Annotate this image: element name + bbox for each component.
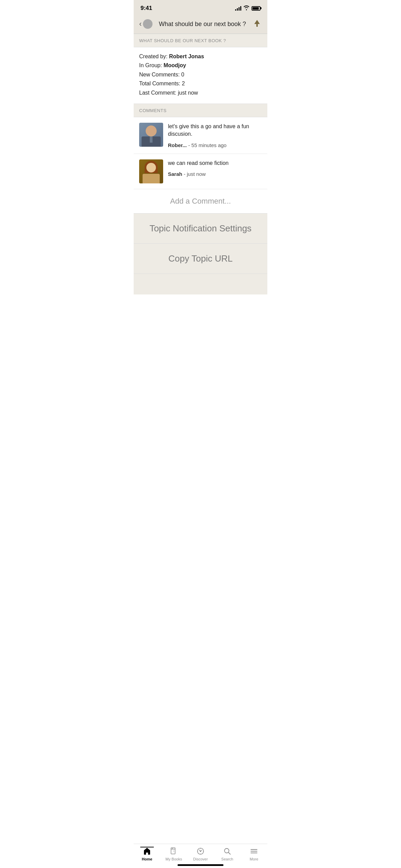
comment-content-2: we can read some fiction Sarah - just no… (168, 159, 262, 177)
status-icons (235, 5, 260, 11)
settings-spacer (134, 274, 267, 294)
avatar-2 (139, 159, 163, 183)
add-comment-button[interactable]: Add a Comment... (134, 189, 267, 214)
comment-text-2: we can read some fiction (168, 159, 262, 167)
comment-time-1: - 55 minutes ago (188, 142, 227, 148)
comments-section-header-text: COMMENTS (139, 108, 167, 113)
topic-group: In Group: Moodjoy (139, 62, 262, 69)
back-button[interactable]: ‹ (139, 19, 153, 29)
upload-icon (252, 19, 262, 28)
topic-section-header: WHAT SHOULD BE OUR NEXT BOOK ? (134, 34, 267, 47)
comments-section-header: COMMENTS (134, 104, 267, 117)
comment-item-2[interactable]: we can read some fiction Sarah - just no… (134, 154, 267, 189)
comments-list: let's give this a go and have a fun disc… (134, 117, 267, 189)
back-avatar (143, 19, 153, 29)
topic-info: Created by: Robert Jonas In Group: Moodj… (134, 47, 267, 104)
upload-button[interactable] (252, 19, 262, 29)
copy-url-button[interactable]: Copy Topic URL (134, 244, 267, 274)
topic-section-header-text: WHAT SHOULD BE OUR NEXT BOOK ? (139, 38, 226, 43)
comment-text-1: let's give this a go and have a fun disc… (168, 123, 262, 138)
battery-icon (252, 6, 260, 11)
topic-new-comments: New Comments: 0 (139, 71, 262, 79)
comment-author-1: Rober... (168, 142, 187, 148)
comment-meta-1: Rober... - 55 minutes ago (168, 142, 262, 148)
notification-settings-label: Topic Notification Settings (149, 223, 252, 233)
wifi-icon (243, 5, 250, 11)
svg-marker-0 (254, 20, 260, 27)
comment-content-1: let's give this a go and have a fun disc… (168, 123, 262, 148)
topic-created-by: Created by: Robert Jonas (139, 53, 262, 60)
comment-author-2: Sarah (168, 171, 182, 177)
comment-time-2: - just now (184, 171, 206, 177)
comment-meta-2: Sarah - just now (168, 171, 262, 177)
status-time: 9:41 (141, 5, 152, 12)
comment-item-1[interactable]: let's give this a go and have a fun disc… (134, 117, 267, 154)
topic-total-comments: Total Comments: 2 (139, 80, 262, 87)
nav-header: ‹ What should be our next book ? (134, 14, 267, 34)
avatar-1 (139, 123, 163, 147)
copy-url-label: Copy Topic URL (168, 253, 232, 264)
notification-settings-button[interactable]: Topic Notification Settings (134, 214, 267, 244)
page-title: What should be our next book ? (153, 21, 252, 28)
settings-section: Topic Notification Settings Copy Topic U… (134, 214, 267, 294)
back-arrow-icon: ‹ (139, 20, 142, 28)
signal-bars-icon (235, 6, 241, 11)
topic-last-comment: Last Comment: just now (139, 89, 262, 97)
add-comment-label: Add a Comment... (170, 197, 231, 205)
status-bar: 9:41 (134, 0, 267, 14)
